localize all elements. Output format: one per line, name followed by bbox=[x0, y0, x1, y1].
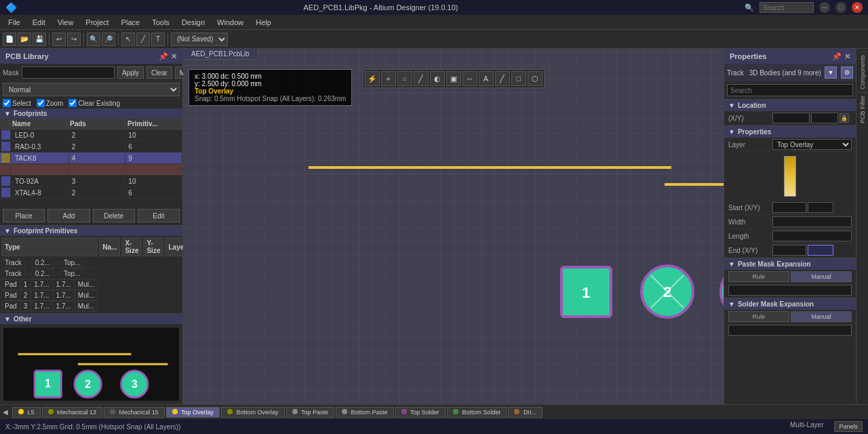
menu-place[interactable]: Place bbox=[116, 17, 146, 28]
start-y-input[interactable]: 3mm bbox=[808, 202, 833, 213]
location-header[interactable]: ▼ Location bbox=[724, 100, 856, 111]
layer-tab-8[interactable]: Bottom Solder bbox=[447, 407, 507, 418]
paste-rule-button[interactable]: Rule bbox=[728, 271, 789, 282]
paste-value-input[interactable]: 3mm bbox=[728, 285, 852, 296]
layer-tab-1[interactable]: Mechanical 13 bbox=[42, 407, 103, 418]
components-tab[interactable]: Components bbox=[858, 52, 867, 92]
panel-close-icon[interactable]: ✕ bbox=[171, 52, 177, 61]
apply-button[interactable]: Apply bbox=[117, 66, 144, 79]
layer-tab-2[interactable]: Mechanical 15 bbox=[104, 407, 165, 418]
open-btn[interactable]: 📂 bbox=[18, 33, 31, 46]
mt-poly-btn[interactable]: ▣ bbox=[446, 71, 461, 86]
zoom-checkbox[interactable] bbox=[37, 99, 45, 107]
end-y-input[interactable]: 3mm bbox=[808, 245, 833, 256]
layer-tab-7[interactable]: Top Solder bbox=[395, 407, 446, 418]
paste-manual-button[interactable]: Manual bbox=[791, 271, 852, 282]
list-item[interactable]: XTAL4-8 2 6 bbox=[0, 187, 182, 199]
xsize-col[interactable]: X-Size bbox=[121, 237, 142, 256]
new-btn[interactable]: 📄 bbox=[3, 33, 16, 46]
lock-button[interactable]: 🔒 bbox=[840, 113, 849, 123]
wire-btn[interactable]: ╱ bbox=[136, 33, 150, 46]
table-row[interactable]: Track 0.2... Top... bbox=[1, 258, 98, 269]
menu-view[interactable]: View bbox=[52, 17, 79, 28]
footprints-section-header[interactable]: ▼ Footprints bbox=[0, 108, 182, 119]
end-x-input[interactable]: 0mm bbox=[772, 245, 806, 256]
layer-tab-9[interactable]: Dri... bbox=[508, 407, 542, 418]
list-item[interactable]: RAD-0.3 2 6 bbox=[0, 141, 182, 153]
mt-arc-btn[interactable]: ◐ bbox=[430, 71, 445, 86]
width-input[interactable]: 0.2mm bbox=[772, 216, 852, 227]
menu-project[interactable]: Project bbox=[80, 17, 114, 28]
zoom-out-btn[interactable]: 🔎 bbox=[102, 33, 115, 46]
mt-rect-btn[interactable]: □ bbox=[511, 71, 526, 86]
layer-dropdown[interactable]: Top Overlay bbox=[772, 139, 852, 150]
table-row[interactable]: Pad 1 1.7... 1.7... Mul... bbox=[1, 279, 98, 290]
ysize-col[interactable]: Y-Size bbox=[143, 237, 163, 256]
menu-edit[interactable]: Edit bbox=[27, 17, 51, 28]
solder-rule-button[interactable]: Rule bbox=[728, 311, 789, 322]
list-item[interactable] bbox=[0, 164, 182, 176]
select-checkbox[interactable] bbox=[3, 99, 11, 107]
pads-col-header[interactable]: Pads bbox=[67, 119, 125, 129]
layer-tab-4[interactable]: Bottom Overlay bbox=[221, 407, 285, 418]
save-btn[interactable]: 💾 bbox=[33, 33, 46, 46]
filter-button[interactable]: ▼ bbox=[825, 66, 837, 79]
not-saved-dropdown[interactable]: (Not Saved) bbox=[171, 33, 228, 46]
mt-track-btn[interactable]: ╱ bbox=[414, 71, 429, 86]
prop-pin-icon[interactable]: 📌 bbox=[832, 52, 842, 61]
prop-close-icon[interactable]: ✕ bbox=[844, 52, 850, 61]
mt-pad-btn[interactable]: ○ bbox=[397, 71, 412, 86]
type-col[interactable]: Type bbox=[1, 237, 98, 256]
panel-pin-icon[interactable]: 📌 bbox=[159, 52, 168, 61]
other-section-header[interactable]: ▼ Other bbox=[0, 314, 182, 324]
layer-nav-left[interactable]: ◀ bbox=[3, 408, 8, 416]
length-input[interactable]: 5.5mm bbox=[772, 231, 852, 241]
filter2-button[interactable]: ⚙ bbox=[841, 66, 853, 79]
solder-mask-header[interactable]: ▼ Solder Mask Expansion bbox=[724, 298, 856, 310]
prop-search-input[interactable] bbox=[727, 84, 853, 96]
minimize-icon[interactable]: ─ bbox=[819, 2, 830, 13]
layer-tab-0[interactable]: L5 bbox=[12, 407, 41, 418]
list-item[interactable]: LED-0 2 10 bbox=[0, 130, 182, 141]
mt-dim-btn[interactable]: ↔ bbox=[462, 71, 477, 86]
list-item[interactable]: TACK8 4 9 bbox=[0, 153, 182, 164]
menu-tools[interactable]: Tools bbox=[146, 17, 175, 28]
close-icon[interactable]: ✕ bbox=[852, 2, 863, 13]
titlebar-search[interactable] bbox=[760, 2, 814, 13]
maximize-icon[interactable]: □ bbox=[835, 2, 846, 13]
x-input[interactable]: -5.5mm bbox=[772, 113, 810, 123]
menu-help[interactable]: Help bbox=[250, 17, 277, 28]
layer-tab-5[interactable]: Top Paste bbox=[286, 407, 334, 418]
add-button[interactable]: Add bbox=[47, 209, 90, 222]
primitives-section-header[interactable]: ▼ Footprint Primitives bbox=[0, 226, 182, 236]
redo-btn[interactable]: ↪ bbox=[67, 33, 81, 46]
select-btn[interactable]: ↖ bbox=[121, 33, 135, 46]
undo-btn[interactable]: ↩ bbox=[52, 33, 66, 46]
menu-file[interactable]: File bbox=[3, 17, 26, 28]
menu-window[interactable]: Window bbox=[212, 17, 249, 28]
normal-select[interactable]: Normal bbox=[3, 83, 180, 96]
na-col[interactable]: Na... bbox=[99, 237, 120, 256]
start-x-input[interactable]: -5.5mm bbox=[772, 202, 806, 213]
place-button[interactable]: Place bbox=[3, 209, 45, 222]
mt-text-btn[interactable]: A bbox=[479, 71, 494, 86]
mt-comp-btn[interactable]: ⬡ bbox=[528, 71, 542, 86]
table-row[interactable]: Pad 2 1.7... 1.7... Mul... bbox=[1, 290, 98, 301]
y-input[interactable]: 3mm bbox=[811, 113, 838, 123]
canvas-area[interactable]: AED_PCB1.PcbLib x: 3.000 dc: 0.500 mm y:… bbox=[183, 49, 724, 404]
mask-input[interactable] bbox=[22, 66, 115, 79]
solder-value-input[interactable]: 0mm bbox=[728, 325, 852, 336]
menu-design[interactable]: Design bbox=[176, 17, 210, 28]
mt-route-btn[interactable]: ⚡ bbox=[365, 71, 380, 86]
table-row[interactable]: Track 0.2... Top... bbox=[1, 269, 98, 279]
table-row[interactable]: Pad 3 1.7... 1.7... Mul... bbox=[1, 301, 98, 312]
panels-button[interactable]: Panels bbox=[834, 421, 863, 432]
list-item[interactable]: TO-92A 3 10 bbox=[0, 176, 182, 187]
edit-button[interactable]: Edit bbox=[138, 209, 180, 222]
color-swatch[interactable] bbox=[784, 156, 796, 197]
clear-existing-checkbox[interactable] bbox=[68, 99, 77, 107]
layer-tab-3[interactable]: Top Overlay bbox=[166, 407, 220, 418]
delete-button[interactable]: Delete bbox=[93, 209, 135, 222]
properties-sub-header[interactable]: ▼ Properties bbox=[724, 126, 856, 138]
zoom-in-btn[interactable]: 🔍 bbox=[87, 33, 100, 46]
